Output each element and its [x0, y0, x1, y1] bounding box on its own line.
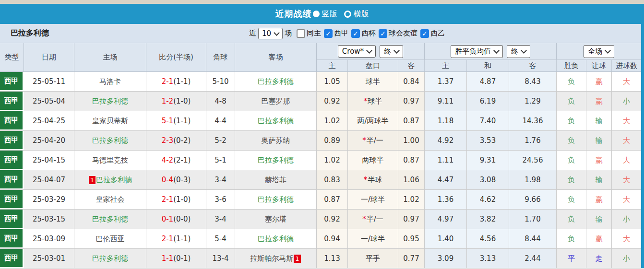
header-col-2: 日期 — [24, 43, 74, 71]
corners-cell: 3-6 — [206, 190, 235, 209]
handicap-star: * — [362, 215, 366, 223]
avg-draw-odds-cell: 3.82 — [467, 210, 509, 229]
avg-odds-select-value: 胜平负均值 — [455, 47, 491, 56]
chevron-down-icon — [521, 47, 527, 54]
match-count-select[interactable]: 10 — [258, 28, 283, 39]
near-label: 近 — [249, 29, 256, 38]
avg-away-odds-cell: 8.43 — [509, 72, 557, 91]
avg-home-odds-cell: 1.36 — [425, 190, 467, 209]
avg-draw-odds-cell: 3.13 — [467, 249, 509, 268]
header-sub-客: 客 — [398, 60, 425, 71]
away-team-cell: 塞尔塔 — [235, 210, 317, 229]
header-col-5: 角球 — [206, 43, 235, 71]
match-count-value: 10 — [262, 29, 271, 38]
team-name-text: 巴拉多利德 — [258, 195, 294, 204]
handicap-away-odds-cell: 0.97 — [398, 210, 425, 229]
radio-horizontal-icon[interactable] — [344, 11, 351, 18]
header-sub-进球数: 进球数 — [612, 60, 641, 71]
league-cell: 西甲 — [0, 72, 24, 91]
header-sub-盘口: 盘口 — [348, 60, 398, 71]
header-sub-主: 主 — [317, 60, 348, 71]
table-header: 类型日期主场比分(半场)角球客场Crow*终主盘口客胜平负均值终主和客全场胜负让… — [0, 43, 644, 72]
layout-radio-group: 竖版 横版 — [313, 9, 369, 19]
full-time-score: 2-3 — [162, 136, 174, 145]
half-time-score: (0-3) — [173, 175, 191, 184]
avg-draw-odds-cell: 9.31 — [467, 151, 509, 170]
team-name-text: 巴拉多利德 — [258, 234, 294, 244]
date-cell: 25-03-15 — [24, 210, 74, 229]
checkbox-label: 球会友谊 — [389, 29, 417, 37]
avg-draw-odds-cell: 7.40 — [467, 111, 509, 130]
checkbox-same-venue[interactable] — [297, 29, 305, 38]
bookmaker-select[interactable]: Crow* — [338, 45, 376, 58]
handicap-line-cell: 两球半 — [348, 151, 398, 170]
avg-draw-odds-cell: 4.56 — [467, 229, 509, 248]
handicap-result-cell: 赢 — [586, 229, 612, 248]
top-strip — [0, 0, 644, 4]
header-sub-主: 主 — [425, 60, 467, 71]
handicap-text: 半球 — [368, 175, 382, 185]
team-name-text: 塞尔塔 — [265, 215, 286, 224]
handicap-text: 两球半 — [362, 156, 384, 165]
avg-time-select[interactable]: 终 — [507, 45, 530, 58]
half-time-score: (1-1) — [173, 117, 191, 125]
home-team-cell: 巴拉多利德 — [74, 210, 146, 229]
team-name-text: 巴拉多利德 — [92, 97, 128, 106]
handicap-home-odds-cell: 1.05 — [317, 72, 348, 91]
date-cell: 25-03-01 — [24, 249, 74, 268]
match-row: 西甲25-04-15马德里竞技4-2(2-1)5-1巴拉多利德1.02两球半0.… — [0, 151, 644, 170]
handicap-home-odds-cell: 0.89 — [317, 131, 348, 150]
bookmaker-select-value: Crow* — [342, 47, 364, 56]
radio-vertical-label[interactable]: 竖版 — [322, 9, 337, 19]
handicap-away-odds-cell: 1.02 — [398, 190, 425, 209]
corners-cell: 4-8 — [206, 92, 235, 111]
checkbox-league-3[interactable]: ✓ — [379, 29, 387, 38]
checkbox-league-2[interactable]: ✓ — [351, 29, 360, 38]
date-cell: 25-04-15 — [24, 151, 74, 170]
handicap-away-odds-cell: 0.87 — [398, 151, 425, 170]
handicap-star: * — [364, 97, 368, 105]
league-cell: 西甲 — [0, 190, 24, 209]
home-team-cell: 皇家贝蒂斯 — [74, 111, 146, 130]
handicap-text: 平手 — [366, 254, 380, 263]
goals-result-cell: 大 — [612, 131, 641, 150]
radio-vertical-selected-icon[interactable] — [313, 11, 320, 17]
handicap-line-cell: *半/一 — [348, 131, 398, 150]
handicap-away-odds-cell: 0.77 — [398, 249, 425, 268]
score-cell: 0-4(0-3) — [146, 170, 206, 189]
avg-draw-odds-cell: 3.53 — [467, 131, 509, 150]
corners-cell: 5-2 — [206, 131, 235, 150]
avg-away-odds-cell: 2.44 — [509, 249, 557, 268]
handicap-line-cell: *球半 — [348, 92, 398, 111]
avg-away-odds-cell: 1.29 — [509, 92, 557, 111]
home-team-cell: 巴拉多利德 — [74, 92, 146, 111]
league-cell: 西甲 — [0, 170, 24, 189]
team-name-text: 巴拉多利德 — [258, 117, 294, 126]
score-cell: 2-1(1-0) — [146, 190, 206, 209]
date-cell: 25-05-11 — [24, 72, 74, 91]
corners-cell: 5-4 — [206, 229, 235, 248]
header-sub-胜负: 胜负 — [557, 60, 586, 71]
handicap-away-odds-cell: 0.95 — [398, 229, 425, 248]
radio-horizontal-label[interactable]: 横版 — [354, 9, 369, 19]
league-cell: 西甲 — [0, 210, 24, 229]
full-match-select[interactable]: 全场 — [584, 45, 614, 58]
handicap-home-odds-cell: 0.83 — [317, 170, 348, 189]
handicap-time-select[interactable]: 终 — [380, 45, 403, 58]
handicap-away-odds-cell: 0.87 — [398, 111, 425, 130]
checkbox-league-4[interactable]: ✓ — [420, 29, 429, 38]
date-cell: 25-03-29 — [24, 190, 74, 209]
full-time-score: 2-1 — [162, 195, 174, 204]
header-sub-和: 和 — [467, 60, 509, 71]
avg-home-odds-cell: 4.92 — [425, 131, 467, 150]
avg-away-odds-cell: 1.98 — [509, 170, 557, 189]
full-time-score: 5-1 — [162, 117, 174, 125]
checkbox-league-1[interactable]: ✓ — [324, 29, 333, 38]
goals-result-cell: 大 — [612, 151, 641, 170]
handicap-result-cell: 输 — [586, 111, 612, 130]
full-time-score: 1-2 — [162, 97, 174, 105]
date-cell: 25-04-20 — [24, 131, 74, 150]
avg-odds-select[interactable]: 胜平负均值 — [451, 45, 503, 58]
away-team-cell: 巴拉多利德 — [235, 229, 317, 248]
date-cell: 25-04-25 — [24, 111, 74, 130]
